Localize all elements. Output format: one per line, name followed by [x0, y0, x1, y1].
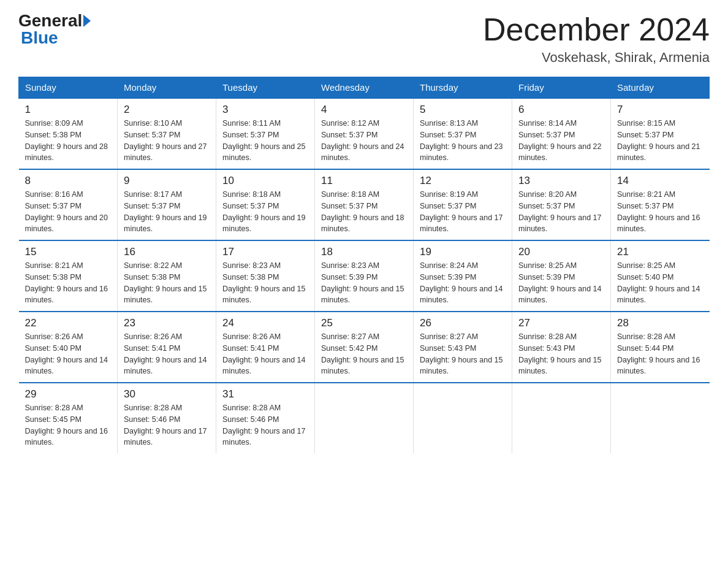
calendar-cell: 7Sunrise: 8:15 AMSunset: 5:37 PMDaylight…	[611, 98, 710, 169]
day-detail: Sunrise: 8:20 AMSunset: 5:37 PMDaylight:…	[518, 190, 602, 233]
calendar-cell: 11Sunrise: 8:18 AMSunset: 5:37 PMDayligh…	[315, 169, 414, 240]
weekday-header-saturday: Saturday	[611, 77, 710, 99]
day-detail: Sunrise: 8:21 AMSunset: 5:37 PMDaylight:…	[617, 190, 700, 233]
calendar-week-row: 1Sunrise: 8:09 AMSunset: 5:38 PMDaylight…	[19, 98, 710, 169]
day-detail: Sunrise: 8:16 AMSunset: 5:37 PMDaylight:…	[25, 190, 108, 233]
day-detail: Sunrise: 8:28 AMSunset: 5:46 PMDaylight:…	[222, 404, 306, 446]
calendar-cell: 31Sunrise: 8:28 AMSunset: 5:46 PMDayligh…	[216, 383, 315, 453]
day-number: 17	[222, 246, 308, 258]
day-number: 8	[25, 175, 112, 187]
day-number: 31	[222, 388, 308, 400]
day-detail: Sunrise: 8:25 AMSunset: 5:39 PMDaylight:…	[518, 261, 602, 304]
day-number: 6	[518, 104, 604, 116]
day-detail: Sunrise: 8:28 AMSunset: 5:43 PMDaylight:…	[518, 332, 602, 375]
weekday-header-row: SundayMondayTuesdayWednesdayThursdayFrid…	[19, 77, 710, 99]
calendar-cell: 10Sunrise: 8:18 AMSunset: 5:37 PMDayligh…	[216, 169, 315, 240]
calendar-week-row: 8Sunrise: 8:16 AMSunset: 5:37 PMDaylight…	[19, 169, 710, 240]
day-detail: Sunrise: 8:24 AMSunset: 5:39 PMDaylight:…	[420, 261, 503, 304]
calendar-cell: 4Sunrise: 8:12 AMSunset: 5:37 PMDaylight…	[315, 98, 414, 169]
logo-arrow-icon	[83, 15, 91, 27]
calendar-cell: 13Sunrise: 8:20 AMSunset: 5:37 PMDayligh…	[512, 169, 611, 240]
day-number: 25	[321, 317, 407, 329]
day-detail: Sunrise: 8:13 AMSunset: 5:37 PMDaylight:…	[420, 119, 503, 162]
day-number: 26	[420, 317, 506, 329]
day-detail: Sunrise: 8:27 AMSunset: 5:42 PMDaylight:…	[321, 332, 404, 375]
calendar-cell: 30Sunrise: 8:28 AMSunset: 5:46 PMDayligh…	[118, 383, 216, 453]
month-title: December 2024	[483, 12, 710, 47]
calendar-cell: 1Sunrise: 8:09 AMSunset: 5:38 PMDaylight…	[19, 98, 118, 169]
day-number: 12	[420, 175, 506, 187]
calendar-cell: 22Sunrise: 8:26 AMSunset: 5:40 PMDayligh…	[19, 312, 118, 383]
calendar-cell: 17Sunrise: 8:23 AMSunset: 5:38 PMDayligh…	[216, 240, 315, 312]
weekday-header-monday: Monday	[118, 77, 216, 99]
day-detail: Sunrise: 8:19 AMSunset: 5:37 PMDaylight:…	[420, 190, 503, 233]
day-number: 5	[420, 104, 506, 116]
day-number: 29	[25, 388, 112, 400]
day-detail: Sunrise: 8:27 AMSunset: 5:43 PMDaylight:…	[420, 332, 503, 375]
calendar-cell	[512, 383, 611, 453]
day-number: 15	[25, 246, 112, 258]
logo-general-text: General	[18, 12, 82, 29]
day-number: 11	[321, 175, 407, 187]
day-detail: Sunrise: 8:17 AMSunset: 5:37 PMDaylight:…	[124, 190, 207, 233]
calendar-table: SundayMondayTuesdayWednesdayThursdayFrid…	[18, 77, 710, 453]
day-detail: Sunrise: 8:11 AMSunset: 5:37 PMDaylight:…	[222, 119, 306, 162]
calendar-cell: 14Sunrise: 8:21 AMSunset: 5:37 PMDayligh…	[611, 169, 710, 240]
calendar-cell: 26Sunrise: 8:27 AMSunset: 5:43 PMDayligh…	[414, 312, 512, 383]
day-number: 1	[25, 104, 112, 116]
calendar-cell: 2Sunrise: 8:10 AMSunset: 5:37 PMDaylight…	[118, 98, 216, 169]
day-detail: Sunrise: 8:21 AMSunset: 5:38 PMDaylight:…	[25, 261, 108, 304]
day-number: 20	[518, 246, 604, 258]
page-header: General Blue December 2024 Voskehask, Sh…	[18, 12, 710, 66]
title-block: December 2024 Voskehask, Shirak, Armenia	[483, 12, 710, 66]
day-detail: Sunrise: 8:23 AMSunset: 5:38 PMDaylight:…	[222, 261, 306, 304]
day-detail: Sunrise: 8:15 AMSunset: 5:37 PMDaylight:…	[617, 119, 700, 162]
logo: General Blue	[18, 12, 92, 48]
day-detail: Sunrise: 8:23 AMSunset: 5:39 PMDaylight:…	[321, 261, 404, 304]
day-number: 14	[617, 175, 703, 187]
day-number: 13	[518, 175, 604, 187]
weekday-header-wednesday: Wednesday	[315, 77, 414, 99]
day-number: 23	[124, 317, 210, 329]
calendar-cell: 18Sunrise: 8:23 AMSunset: 5:39 PMDayligh…	[315, 240, 414, 312]
day-number: 27	[518, 317, 604, 329]
day-number: 4	[321, 104, 407, 116]
calendar-cell: 6Sunrise: 8:14 AMSunset: 5:37 PMDaylight…	[512, 98, 611, 169]
calendar-week-row: 29Sunrise: 8:28 AMSunset: 5:45 PMDayligh…	[19, 383, 710, 453]
calendar-cell: 29Sunrise: 8:28 AMSunset: 5:45 PMDayligh…	[19, 383, 118, 453]
calendar-cell: 27Sunrise: 8:28 AMSunset: 5:43 PMDayligh…	[512, 312, 611, 383]
logo-blue-text: Blue	[21, 28, 58, 47]
calendar-cell: 24Sunrise: 8:26 AMSunset: 5:41 PMDayligh…	[216, 312, 315, 383]
day-number: 19	[420, 246, 506, 258]
calendar-cell	[414, 383, 512, 453]
day-number: 7	[617, 104, 703, 116]
calendar-week-row: 15Sunrise: 8:21 AMSunset: 5:38 PMDayligh…	[19, 240, 710, 312]
calendar-cell: 12Sunrise: 8:19 AMSunset: 5:37 PMDayligh…	[414, 169, 512, 240]
calendar-cell: 19Sunrise: 8:24 AMSunset: 5:39 PMDayligh…	[414, 240, 512, 312]
calendar-week-row: 22Sunrise: 8:26 AMSunset: 5:40 PMDayligh…	[19, 312, 710, 383]
day-detail: Sunrise: 8:18 AMSunset: 5:37 PMDaylight:…	[222, 190, 306, 233]
day-detail: Sunrise: 8:28 AMSunset: 5:46 PMDaylight:…	[124, 404, 207, 446]
calendar-cell: 5Sunrise: 8:13 AMSunset: 5:37 PMDaylight…	[414, 98, 512, 169]
calendar-cell	[611, 383, 710, 453]
weekday-header-sunday: Sunday	[19, 77, 118, 99]
day-detail: Sunrise: 8:22 AMSunset: 5:38 PMDaylight:…	[124, 261, 207, 304]
weekday-header-friday: Friday	[512, 77, 611, 99]
day-number: 22	[25, 317, 112, 329]
day-detail: Sunrise: 8:28 AMSunset: 5:45 PMDaylight:…	[25, 404, 108, 446]
calendar-cell: 23Sunrise: 8:26 AMSunset: 5:41 PMDayligh…	[118, 312, 216, 383]
day-detail: Sunrise: 8:18 AMSunset: 5:37 PMDaylight:…	[321, 190, 404, 233]
day-detail: Sunrise: 8:26 AMSunset: 5:41 PMDaylight:…	[222, 332, 306, 375]
calendar-cell: 15Sunrise: 8:21 AMSunset: 5:38 PMDayligh…	[19, 240, 118, 312]
day-detail: Sunrise: 8:09 AMSunset: 5:38 PMDaylight:…	[25, 119, 108, 162]
day-detail: Sunrise: 8:26 AMSunset: 5:41 PMDaylight:…	[124, 332, 207, 375]
day-number: 3	[222, 104, 308, 116]
day-number: 18	[321, 246, 407, 258]
day-detail: Sunrise: 8:28 AMSunset: 5:44 PMDaylight:…	[617, 332, 700, 375]
weekday-header-tuesday: Tuesday	[216, 77, 315, 99]
day-number: 28	[617, 317, 703, 329]
day-number: 16	[124, 246, 210, 258]
day-number: 9	[124, 175, 210, 187]
day-detail: Sunrise: 8:10 AMSunset: 5:37 PMDaylight:…	[124, 119, 207, 162]
day-detail: Sunrise: 8:25 AMSunset: 5:40 PMDaylight:…	[617, 261, 700, 304]
